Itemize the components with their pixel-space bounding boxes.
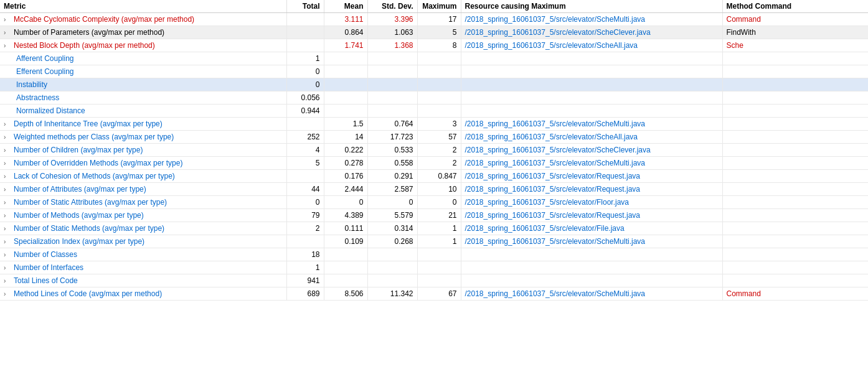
expand-icon[interactable]: › bbox=[4, 199, 11, 207]
method-cell: Sche bbox=[722, 39, 868, 52]
stddev-cell: 5.579 bbox=[367, 209, 417, 222]
method-cell: Command bbox=[722, 13, 868, 26]
resource-cell[interactable]: /2018_spring_16061037_5/src/elevator/Req… bbox=[461, 170, 722, 183]
maximum-cell: 1 bbox=[417, 235, 461, 248]
expand-icon[interactable]: › bbox=[4, 225, 11, 233]
table-row[interactable]: ›Number of Methods (avg/max per type)794… bbox=[0, 209, 868, 222]
table-row[interactable]: ›Depth of Inheritance Tree (avg/max per … bbox=[0, 118, 868, 131]
total-cell: 0 bbox=[286, 196, 324, 209]
expand-icon[interactable]: › bbox=[4, 251, 11, 259]
table-row[interactable]: ›Number of Attributes (avg/max per type)… bbox=[0, 183, 868, 196]
resource-cell[interactable] bbox=[461, 52, 722, 65]
table-row[interactable]: ›Specialization Index (avg/max per type)… bbox=[0, 235, 868, 248]
table-row[interactable]: Abstractness0.056 bbox=[0, 91, 868, 105]
stddev-cell: 17.723 bbox=[367, 131, 417, 144]
col-stddev: Std. Dev. bbox=[367, 0, 417, 13]
resource-cell[interactable]: /2018_spring_16061037_5/src/elevator/Flo… bbox=[461, 196, 722, 209]
table-row[interactable]: ›Number of Static Attributes (avg/max pe… bbox=[0, 196, 868, 209]
table-row[interactable]: ›Number of Children (avg/max per type)40… bbox=[0, 144, 868, 157]
maximum-cell: 5 bbox=[417, 26, 461, 39]
maximum-cell bbox=[417, 105, 461, 118]
maximum-cell: 17 bbox=[417, 13, 461, 26]
table-row[interactable]: Normalized Distance0.944 bbox=[0, 105, 868, 118]
stddev-cell: 0.764 bbox=[367, 118, 417, 131]
maximum-cell: 1 bbox=[417, 222, 461, 235]
resource-cell[interactable]: /2018_spring_16061037_5/src/elevator/Sch… bbox=[461, 157, 722, 170]
table-row[interactable]: ›McCabe Cyclomatic Complexity (avg/max p… bbox=[0, 13, 868, 26]
table-row[interactable]: ›Number of Classes18 bbox=[0, 248, 868, 261]
resource-cell[interactable]: /2018_spring_16061037_5/src/elevator/Sch… bbox=[461, 235, 722, 248]
expand-icon[interactable]: › bbox=[4, 291, 11, 298]
resource-cell[interactable] bbox=[461, 65, 722, 78]
table-row[interactable]: ›Number of Overridden Methods (avg/max p… bbox=[0, 157, 868, 170]
resource-cell[interactable]: /2018_spring_16061037_5/src/elevator/Sch… bbox=[461, 131, 722, 144]
resource-cell[interactable]: /2018_spring_16061037_5/src/elevator/Sch… bbox=[461, 39, 722, 52]
mean-cell bbox=[324, 248, 367, 261]
resource-cell[interactable]: /2018_spring_16061037_5/src/elevator/Sch… bbox=[461, 287, 722, 301]
mean-cell bbox=[324, 52, 367, 65]
mean-cell bbox=[324, 91, 367, 105]
metric-label: Specialization Index (avg/max per type) bbox=[14, 237, 144, 246]
expand-icon[interactable]: › bbox=[4, 147, 11, 154]
table-row[interactable]: ›Nested Block Depth (avg/max per method)… bbox=[0, 39, 868, 52]
metric-cell: ›Number of Children (avg/max per type) bbox=[0, 144, 286, 157]
resource-cell[interactable]: /2018_spring_16061037_5/src/elevator/Sch… bbox=[461, 26, 722, 39]
metric-cell: ›Specialization Index (avg/max per type) bbox=[0, 235, 286, 248]
table-row[interactable]: Efferent Coupling0 bbox=[0, 65, 868, 78]
method-cell bbox=[722, 91, 868, 105]
metric-label: Normalized Distance bbox=[4, 106, 85, 115]
expand-icon[interactable]: › bbox=[4, 278, 11, 285]
metric-cell: ›McCabe Cyclomatic Complexity (avg/max p… bbox=[0, 13, 286, 26]
metric-cell: ›Number of Classes bbox=[0, 248, 286, 261]
method-cell bbox=[722, 261, 868, 274]
expand-icon[interactable]: › bbox=[4, 173, 11, 180]
resource-cell[interactable] bbox=[461, 91, 722, 105]
col-total: Total bbox=[286, 0, 324, 13]
resource-cell[interactable]: /2018_spring_16061037_5/src/elevator/Req… bbox=[461, 209, 722, 222]
expand-icon[interactable]: › bbox=[4, 134, 11, 141]
resource-cell[interactable]: /2018_spring_16061037_5/src/elevator/Sch… bbox=[461, 13, 722, 26]
resource-cell[interactable] bbox=[461, 274, 722, 287]
table-row[interactable]: ›Weighted methods per Class (avg/max per… bbox=[0, 131, 868, 144]
expand-icon[interactable]: › bbox=[4, 264, 11, 272]
table-row[interactable]: ›Lack of Cohesion of Methods (avg/max pe… bbox=[0, 170, 868, 183]
mean-cell bbox=[324, 65, 367, 78]
expand-icon[interactable]: › bbox=[4, 42, 11, 50]
table-row[interactable]: ›Number of Static Methods (avg/max per t… bbox=[0, 222, 868, 235]
col-maximum: Maximum bbox=[417, 0, 461, 13]
table-row[interactable]: Instability0 bbox=[0, 78, 868, 91]
metric-label: Efferent Coupling bbox=[4, 67, 74, 76]
table-row[interactable]: ›Number of Interfaces1 bbox=[0, 261, 868, 274]
method-cell bbox=[722, 131, 868, 144]
table-row[interactable]: ›Number of Parameters (avg/max per metho… bbox=[0, 26, 868, 39]
expand-icon[interactable]: › bbox=[4, 238, 11, 246]
resource-cell[interactable]: /2018_spring_16061037_5/src/elevator/Fil… bbox=[461, 222, 722, 235]
method-cell bbox=[722, 222, 868, 235]
resource-cell[interactable] bbox=[461, 105, 722, 118]
expand-icon[interactable]: › bbox=[4, 16, 11, 24]
expand-icon[interactable]: › bbox=[4, 121, 11, 128]
metric-cell: ›Number of Parameters (avg/max per metho… bbox=[0, 26, 286, 39]
stddev-cell bbox=[367, 65, 417, 78]
resource-cell[interactable]: /2018_spring_16061037_5/src/elevator/Sch… bbox=[461, 144, 722, 157]
expand-icon[interactable]: › bbox=[4, 29, 11, 37]
resource-cell[interactable] bbox=[461, 78, 722, 91]
resource-cell[interactable] bbox=[461, 248, 722, 261]
expand-icon[interactable]: › bbox=[4, 212, 11, 220]
expand-icon[interactable]: › bbox=[4, 160, 11, 167]
resource-cell[interactable]: /2018_spring_16061037_5/src/elevator/Sch… bbox=[461, 118, 722, 131]
total-cell: 1 bbox=[286, 261, 324, 274]
maximum-cell: 2 bbox=[417, 144, 461, 157]
resource-cell[interactable] bbox=[461, 261, 722, 274]
expand-icon[interactable]: › bbox=[4, 186, 11, 194]
table-row[interactable]: Afferent Coupling1 bbox=[0, 52, 868, 65]
total-cell: 1 bbox=[286, 52, 324, 65]
table-row[interactable]: ›Total Lines of Code941 bbox=[0, 274, 868, 287]
stddev-cell: 0.314 bbox=[367, 222, 417, 235]
mean-cell bbox=[324, 78, 367, 91]
resource-cell[interactable]: /2018_spring_16061037_5/src/elevator/Req… bbox=[461, 183, 722, 196]
total-cell: 44 bbox=[286, 183, 324, 196]
mean-cell: 1.741 bbox=[324, 39, 367, 52]
maximum-cell bbox=[417, 78, 461, 91]
table-row[interactable]: ›Method Lines of Code (avg/max per metho… bbox=[0, 287, 868, 301]
